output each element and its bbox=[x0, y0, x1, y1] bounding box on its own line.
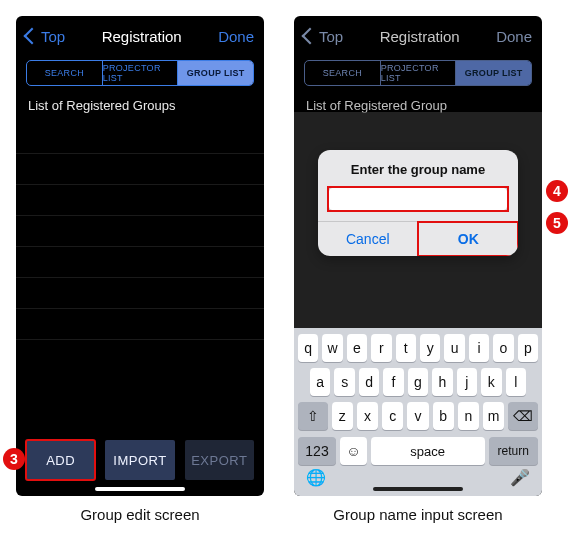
key-h[interactable]: h bbox=[432, 368, 452, 396]
key-b[interactable]: b bbox=[433, 402, 454, 430]
key-p[interactable]: p bbox=[518, 334, 538, 362]
ok-button[interactable]: OK bbox=[418, 222, 519, 256]
mic-icon[interactable]: 🎤 bbox=[510, 468, 530, 487]
keyboard-toolbar: 🌐 🎤 bbox=[298, 466, 538, 488]
key-u[interactable]: u bbox=[444, 334, 464, 362]
back-label: Top bbox=[41, 28, 65, 45]
tab-search[interactable]: SEARCH bbox=[305, 61, 381, 85]
back-button[interactable]: Top bbox=[304, 28, 343, 45]
done-button[interactable]: Done bbox=[496, 28, 532, 45]
home-indicator bbox=[95, 487, 185, 491]
return-key[interactable]: return bbox=[489, 437, 538, 465]
key-z[interactable]: z bbox=[332, 402, 353, 430]
key-j[interactable]: j bbox=[457, 368, 477, 396]
tab-projector-list[interactable]: PROJECTOR LIST bbox=[103, 61, 179, 85]
numbers-key[interactable]: 123 bbox=[298, 437, 336, 465]
key-row-2: a s d f g h j k l bbox=[298, 368, 538, 396]
dialog-title: Enter the group name bbox=[318, 150, 518, 187]
key-a[interactable]: a bbox=[310, 368, 330, 396]
key-k[interactable]: k bbox=[481, 368, 501, 396]
key-t[interactable]: t bbox=[396, 334, 416, 362]
list-row bbox=[16, 309, 264, 340]
segmented-tabs: SEARCH PROJECTOR LIST GROUP LIST bbox=[304, 60, 532, 86]
key-n[interactable]: n bbox=[458, 402, 479, 430]
key-row-4: 123 ☺ space return bbox=[298, 436, 538, 466]
chevron-left-icon bbox=[302, 28, 319, 45]
navbar: Top Registration Done bbox=[16, 16, 264, 56]
page-title: Registration bbox=[102, 28, 182, 45]
chevron-left-icon bbox=[24, 28, 41, 45]
key-row-3: ⇧ z x c v b n m ⌫ bbox=[298, 402, 538, 430]
group-name-dialog: Enter the group name Cancel OK bbox=[318, 150, 518, 256]
done-button[interactable]: Done bbox=[218, 28, 254, 45]
keyboard: q w e r t y u i o p a s d f g h j k l bbox=[294, 328, 542, 496]
key-s[interactable]: s bbox=[334, 368, 354, 396]
globe-icon[interactable]: 🌐 bbox=[306, 468, 326, 487]
emoji-key[interactable]: ☺ bbox=[340, 437, 367, 465]
marker-4: 4 bbox=[546, 180, 568, 202]
list-row bbox=[16, 216, 264, 247]
list-row bbox=[16, 123, 264, 154]
back-button[interactable]: Top bbox=[26, 28, 65, 45]
key-e[interactable]: e bbox=[347, 334, 367, 362]
key-q[interactable]: q bbox=[298, 334, 318, 362]
key-row-1: q w e r t y u i o p bbox=[298, 334, 538, 362]
home-indicator bbox=[373, 487, 463, 491]
dialog-input-wrap bbox=[328, 187, 508, 211]
key-r[interactable]: r bbox=[371, 334, 391, 362]
tab-group-list[interactable]: GROUP LIST bbox=[456, 61, 531, 85]
dialog-buttons: Cancel OK bbox=[318, 221, 518, 256]
backspace-key[interactable]: ⌫ bbox=[508, 402, 538, 430]
cancel-button[interactable]: Cancel bbox=[318, 222, 418, 256]
key-d[interactable]: d bbox=[359, 368, 379, 396]
add-button[interactable]: ADD bbox=[26, 440, 95, 480]
key-y[interactable]: y bbox=[420, 334, 440, 362]
shift-key[interactable]: ⇧ bbox=[298, 402, 328, 430]
key-l[interactable]: l bbox=[506, 368, 526, 396]
group-name-input[interactable] bbox=[328, 187, 508, 211]
export-button[interactable]: EXPORT bbox=[185, 440, 254, 480]
list-title: List of Registered Groups bbox=[16, 98, 264, 123]
tab-projector-list[interactable]: PROJECTOR LIST bbox=[381, 61, 457, 85]
marker-5: 5 bbox=[546, 212, 568, 234]
list-row bbox=[16, 278, 264, 309]
key-v[interactable]: v bbox=[407, 402, 428, 430]
key-w[interactable]: w bbox=[322, 334, 342, 362]
list-row bbox=[16, 185, 264, 216]
key-f[interactable]: f bbox=[383, 368, 403, 396]
back-label: Top bbox=[319, 28, 343, 45]
key-c[interactable]: c bbox=[382, 402, 403, 430]
page-title: Registration bbox=[380, 28, 460, 45]
key-x[interactable]: x bbox=[357, 402, 378, 430]
group-name-input-screen: Top Registration Done SEARCH PROJECTOR L… bbox=[294, 16, 542, 496]
space-key[interactable]: space bbox=[371, 437, 485, 465]
navbar: Top Registration Done bbox=[294, 16, 542, 56]
caption-right: Group name input screen bbox=[294, 506, 542, 523]
tab-group-list[interactable]: GROUP LIST bbox=[178, 61, 253, 85]
key-o[interactable]: o bbox=[493, 334, 513, 362]
key-g[interactable]: g bbox=[408, 368, 428, 396]
list-row bbox=[16, 247, 264, 278]
key-i[interactable]: i bbox=[469, 334, 489, 362]
import-button[interactable]: IMPORT bbox=[105, 440, 174, 480]
group-list bbox=[16, 123, 264, 430]
segmented-tabs: SEARCH PROJECTOR LIST GROUP LIST bbox=[26, 60, 254, 86]
list-row bbox=[16, 154, 264, 185]
key-m[interactable]: m bbox=[483, 402, 504, 430]
marker-3: 3 bbox=[3, 448, 25, 470]
caption-left: Group edit screen bbox=[16, 506, 264, 523]
group-edit-screen: Top Registration Done SEARCH PROJECTOR L… bbox=[16, 16, 264, 496]
tab-search[interactable]: SEARCH bbox=[27, 61, 103, 85]
